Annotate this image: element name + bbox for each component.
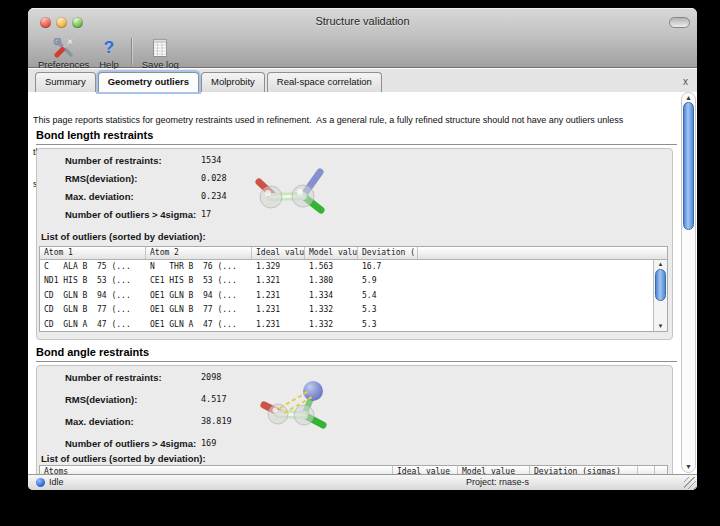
window-chrome: Structure validation Preferences	[28, 8, 697, 68]
table-row[interactable]: CD GLN B 77 (... OE1 GLN B 77 (... 1.231…	[40, 303, 667, 317]
stat-value: 0.028	[201, 173, 227, 183]
cell-atom1: C ALA B 75 (...	[40, 260, 146, 274]
scroll-up-icon[interactable]: ▲	[682, 94, 695, 102]
table-header-row[interactable]: Atom 1 Atom 2 Ideal value Model value De…	[40, 247, 667, 260]
column-header[interactable]: Atom 1	[40, 247, 146, 259]
status-orb-icon	[36, 478, 45, 487]
window-title: Structure validation	[28, 15, 697, 27]
cell-deviation: 5.4	[358, 289, 418, 303]
cell-model: 1.334	[305, 289, 358, 303]
scroll-down-icon[interactable]: ▼	[654, 323, 667, 330]
stat-label: RMS(deviation):	[65, 394, 137, 405]
cell-atom1: CD GLN B 77 (...	[40, 303, 146, 317]
cell-ideal: 1.231	[252, 303, 305, 317]
help-button[interactable]: ? Help	[99, 37, 119, 70]
section-title-bond-length: Bond length restraints	[36, 129, 677, 145]
list-of-outliers-label: List of outliers (sorted by deviation):	[41, 231, 206, 242]
tab-geometry-outliers[interactable]: Geometry outliers	[98, 72, 199, 92]
column-header-empty	[638, 466, 655, 474]
cell-ideal: 1.231	[252, 318, 305, 332]
column-header[interactable]: Model value	[305, 247, 358, 259]
column-header-empty	[418, 247, 667, 259]
list-of-outliers-label: List of outliers (sorted by deviation):	[41, 453, 206, 464]
cell-ideal: 1.321	[252, 274, 305, 288]
bond-length-outliers-table[interactable]: Atom 1 Atom 2 Ideal value Model value De…	[39, 246, 668, 332]
column-header-empty	[655, 466, 668, 474]
column-header[interactable]: Deviation (sigmas)	[530, 466, 638, 474]
stat-value: 38.819	[201, 416, 232, 426]
bond-angle-molecule-icon	[244, 380, 364, 452]
bond-length-panel: Number of restraints: 1534 RMS(deviation…	[36, 148, 673, 340]
toolbar-separator	[131, 38, 132, 65]
bond-angle-outliers-table[interactable]: Atoms Ideal value Model value Deviation …	[39, 465, 668, 474]
titlebar[interactable]: Structure validation	[28, 8, 697, 36]
cell-atom2: OE1 GLN A 47 (...	[146, 318, 252, 332]
stat-value: 169	[201, 438, 216, 448]
column-header[interactable]: Ideal value	[393, 466, 458, 474]
tools-icon	[53, 37, 75, 58]
column-header[interactable]: Ideal value	[252, 247, 305, 259]
stat-label: Max. deviation:	[65, 416, 134, 427]
table-scroll-thumb[interactable]	[655, 269, 666, 301]
section-title-bond-angle: Bond angle restraints	[36, 346, 677, 362]
status-bar: Idle Project: rnase-s	[28, 474, 697, 490]
cell-model: 1.380	[305, 274, 358, 288]
scroll-up-icon[interactable]: ▲	[654, 261, 667, 268]
stat-value: 4.517	[201, 394, 227, 404]
column-header[interactable]: Atom 2	[146, 247, 252, 259]
cell-deviation: 16.7	[358, 260, 418, 274]
column-header[interactable]: Model value	[458, 466, 530, 474]
save-log-button[interactable]: Save log	[142, 37, 179, 70]
resize-grip[interactable]	[684, 477, 696, 489]
cell-deviation: 5.3	[358, 303, 418, 317]
tab-close-icon[interactable]: x	[683, 77, 688, 87]
table-row[interactable]: ND1 HIS B 53 (... CE1 HIS B 53 (... 1.32…	[40, 274, 667, 288]
stat-value: 2098	[201, 372, 221, 382]
cell-deviation: 5.3	[358, 318, 418, 332]
stat-label: Number of outliers > 4sigma:	[65, 438, 196, 449]
stat-label: Number of outliers > 4sigma:	[65, 209, 196, 220]
stat-value: 1534	[201, 155, 221, 165]
cell-atom2: N THR B 76 (...	[146, 260, 252, 274]
tab-bar: Summary Geometry outliers Molprobity Rea…	[28, 69, 697, 92]
toolbar: Preferences ? Help	[28, 35, 697, 68]
tab-molprobity[interactable]: Molprobity	[201, 72, 265, 92]
bond-length-molecule-icon	[241, 159, 361, 233]
table-header-row[interactable]: Atoms Ideal value Model value Deviation …	[40, 466, 667, 474]
cell-ideal: 1.231	[252, 289, 305, 303]
column-header[interactable]: Atoms	[40, 466, 393, 474]
help-question-icon: ?	[104, 37, 114, 58]
cell-deviation: 5.9	[358, 274, 418, 288]
main-scroll-thumb[interactable]	[683, 102, 694, 230]
stat-label: Max. deviation:	[65, 191, 134, 202]
scroll-down-icon[interactable]: ▼	[682, 463, 695, 471]
stat-value: 17	[201, 209, 211, 219]
page-content: This page reports statistics for geometr…	[28, 92, 697, 474]
status-text: Idle	[49, 477, 64, 487]
table-row[interactable]: CD GLN B 94 (... OE1 GLN B 94 (... 1.231…	[40, 289, 667, 303]
cell-model: 1.563	[305, 260, 358, 274]
column-header[interactable]: Deviation (	[358, 247, 418, 259]
structure-validation-window: Structure validation Preferences	[28, 8, 697, 490]
spreadsheet-icon	[152, 37, 168, 58]
stat-label: RMS(deviation):	[65, 173, 137, 184]
tab-real-space-correlation[interactable]: Real-space correlation	[267, 72, 382, 92]
table-row[interactable]: CD GLN A 47 (... OE1 GLN A 47 (... 1.231…	[40, 318, 667, 332]
cell-model: 1.332	[305, 303, 358, 317]
stat-value: 0.234	[201, 191, 227, 201]
cell-atom2: OE1 GLN B 77 (...	[146, 303, 252, 317]
table-scrollbar[interactable]: ▲ ▼	[653, 260, 667, 331]
tab-summary[interactable]: Summary	[35, 72, 96, 92]
main-vertical-scrollbar[interactable]: ▲ ▼	[681, 92, 696, 473]
toolbar-toggle-pill-button[interactable]	[669, 17, 690, 28]
cell-ideal: 1.329	[252, 260, 305, 274]
cell-atom1: CD GLN B 94 (...	[40, 289, 146, 303]
project-label: Project: rnase-s	[466, 477, 529, 487]
bond-angle-panel: Number of restraints: 2098 RMS(deviation…	[36, 365, 673, 474]
table-row[interactable]: C ALA B 75 (... N THR B 76 (... 1.329 1.…	[40, 260, 667, 274]
stat-label: Number of restraints:	[65, 155, 162, 166]
cell-atom2: CE1 HIS B 53 (...	[146, 274, 252, 288]
cell-atom1: CD GLN A 47 (...	[40, 318, 146, 332]
cell-atom1: ND1 HIS B 53 (...	[40, 274, 146, 288]
preferences-button[interactable]: Preferences	[38, 37, 89, 70]
